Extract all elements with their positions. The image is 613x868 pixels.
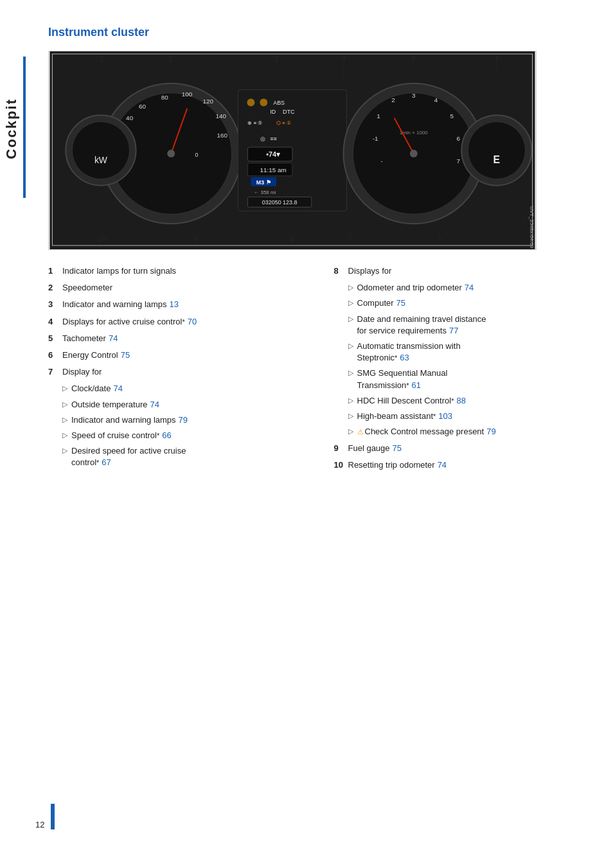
item-text: Tachometer74: [62, 333, 308, 344]
sub-item: ▷ Outside temperature74: [62, 399, 308, 411]
sub-item-text: Computer75: [357, 297, 594, 309]
sub-item-text: Date and remaining travel distancefor se…: [357, 314, 594, 337]
sub-item: ▷ Date and remaining travel distancefor …: [348, 314, 594, 337]
svg-rect-76: [49, 51, 535, 249]
list-item: 8 Displays for: [334, 265, 594, 277]
page-ref[interactable]: 74: [113, 384, 122, 393]
item-text: Indicator and warning lamps13: [62, 299, 308, 310]
arrow-icon: ▷: [62, 430, 67, 440]
instrument-cluster-image: 60 80 100 120 140 160 40 20 0 0 ABS ID D…: [48, 51, 537, 250]
item-text: Resetting trip odometer74: [348, 459, 594, 471]
page-ref[interactable]: 74: [465, 283, 474, 292]
sub-item: ▷ Computer75: [348, 297, 594, 309]
sub-item: ▷ Indicator and warning lamps79: [62, 414, 308, 426]
arrow-icon: ▷: [62, 415, 67, 425]
page-ref[interactable]: 66: [162, 430, 171, 440]
item-text: Displays for active cruise control*70: [62, 316, 308, 328]
page-ref[interactable]: 61: [412, 380, 421, 390]
item-number: 1: [48, 265, 62, 277]
sub-item: ▷ Desired speed for active cruisecontrol…: [62, 445, 308, 468]
cluster-svg: 60 80 100 120 140 160 40 20 0 0 ABS ID D…: [49, 51, 536, 249]
arrow-icon: ▷: [348, 314, 353, 324]
item-lists: 1 Indicator lamps for turn signals 2 Spe…: [48, 265, 594, 477]
sub-item: ▷ Speed of cruise control*66: [62, 430, 308, 441]
item-number: 3: [48, 299, 62, 310]
arrow-icon: ▷: [348, 396, 353, 405]
item-text: Indicator lamps for turn signals: [62, 265, 308, 277]
sub-item-text: Outside temperature74: [71, 399, 308, 411]
sub-item-text: ⚠Check Control message present79: [357, 426, 594, 438]
arrow-icon: ▷: [62, 446, 67, 456]
item-text: Fuel gauge75: [348, 443, 594, 454]
page-number: 12: [35, 820, 44, 829]
sub-item-text: Speed of cruise control*66: [71, 430, 308, 441]
page-ref[interactable]: 75: [396, 298, 405, 308]
blue-accent-border: [23, 57, 26, 198]
left-list: 1 Indicator lamps for turn signals 2 Spe…: [48, 265, 308, 477]
arrow-icon: ▷: [348, 368, 353, 378]
sub-item: ▷ Automatic transmission withSteptronic*…: [348, 341, 594, 364]
sub-item: ▷ SMG Sequential ManualTransmission*61: [348, 368, 594, 391]
sub-item-text: Desired speed for active cruisecontrol*6…: [71, 445, 308, 468]
page-ref[interactable]: 67: [102, 457, 111, 467]
item-text: Energy Control75: [62, 350, 308, 361]
arrow-icon: ▷: [62, 384, 67, 393]
page-ref[interactable]: 75: [393, 443, 402, 453]
list-item: 4 Displays for active cruise control*70: [48, 316, 308, 328]
right-list: 8 Displays for ▷ Odometer and trip odome…: [334, 265, 594, 477]
sub-item: ▷ High-beam assistant*103: [348, 411, 594, 422]
warning-triangle-icon: ⚠: [357, 427, 364, 437]
item-number: 9: [334, 443, 348, 454]
sub-item: ▷ Odometer and trip odometer74: [348, 282, 594, 294]
page-ref[interactable]: 13: [170, 299, 179, 309]
arrow-icon: ▷: [348, 427, 353, 436]
sub-item: ▷ HDC Hill Descent Control*88: [348, 395, 594, 407]
item-number: 4: [48, 316, 62, 328]
sub-item-text: HDC Hill Descent Control*88: [357, 395, 594, 407]
sub-item: ▷ ⚠Check Control message present79: [348, 426, 594, 438]
page-ref[interactable]: 74: [438, 460, 447, 470]
page-ref[interactable]: 79: [179, 415, 188, 425]
arrow-icon: ▷: [348, 341, 353, 351]
sub-item-text: High-beam assistant*103: [357, 411, 594, 422]
sub-item-text: SMG Sequential ManualTransmission*61: [357, 368, 594, 391]
image-credit: UVT_2548x-04-09: [529, 206, 535, 248]
page-ref[interactable]: 88: [456, 396, 465, 405]
item-number: 7: [48, 366, 62, 378]
page-ref[interactable]: 70: [188, 317, 197, 326]
arrow-icon: ▷: [348, 411, 353, 421]
item-number: 6: [48, 350, 62, 361]
item-text: Displays for: [348, 265, 594, 277]
item-number: 10: [334, 459, 348, 471]
list-item: 3 Indicator and warning lamps13: [48, 299, 308, 310]
arrow-icon: ▷: [348, 298, 353, 308]
sidebar-cockpit-label: Cockpit: [0, 58, 23, 199]
list-item: 2 Speedometer: [48, 282, 308, 294]
page-ref[interactable]: 74: [109, 333, 118, 343]
sub-item-text: Indicator and warning lamps79: [71, 414, 308, 426]
arrow-icon: ▷: [348, 283, 353, 292]
section-heading: Instrument cluster: [48, 26, 594, 39]
item-text: Speedometer: [62, 282, 308, 294]
page-ref[interactable]: 74: [150, 400, 159, 409]
item-text: Display for: [62, 366, 308, 378]
list-item: 6 Energy Control75: [48, 350, 308, 361]
sub-item: ▷ Clock/date74: [62, 383, 308, 394]
list-item: 7 Display for: [48, 366, 308, 378]
page-ref[interactable]: 79: [486, 427, 495, 436]
sub-item-text: Clock/date74: [71, 383, 308, 394]
sub-item-text: Odometer and trip odometer74: [357, 282, 594, 294]
page-blue-bar: [51, 804, 55, 829]
list-item: 5 Tachometer74: [48, 333, 308, 344]
page-ref[interactable]: 77: [449, 326, 458, 335]
list-item: 1 Indicator lamps for turn signals: [48, 265, 308, 277]
page-ref[interactable]: 103: [438, 411, 452, 421]
page-number-area: 12: [0, 804, 613, 829]
cockpit-text: Cockpit: [3, 98, 20, 159]
item-number: 8: [334, 265, 348, 277]
list-item: 10 Resetting trip odometer74: [334, 459, 594, 471]
item-number: 2: [48, 282, 62, 294]
page-ref[interactable]: 63: [400, 353, 409, 362]
item-number: 5: [48, 333, 62, 344]
page-ref[interactable]: 75: [121, 350, 130, 360]
